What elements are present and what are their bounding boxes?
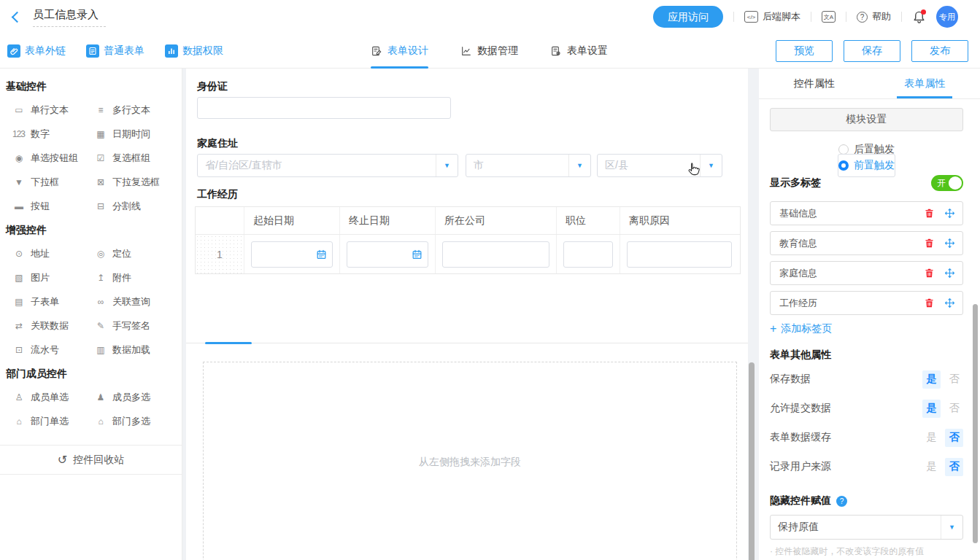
calendar-icon[interactable] bbox=[412, 249, 423, 260]
company-input[interactable] bbox=[442, 241, 549, 268]
back-icon[interactable] bbox=[12, 11, 23, 23]
no-option[interactable]: 否 bbox=[945, 458, 963, 476]
canvas-tab[interactable] bbox=[207, 321, 209, 343]
widget-item[interactable]: ◉ 单选按钮组 bbox=[12, 146, 93, 170]
tag-item[interactable]: 教育信息 bbox=[770, 231, 963, 255]
widget-item[interactable]: ◎ 定位 bbox=[93, 241, 175, 265]
widget-icon: ▧ bbox=[12, 273, 26, 283]
canvas-tab[interactable] bbox=[217, 321, 220, 343]
no-option[interactable]: 否 bbox=[945, 370, 963, 389]
tag-item[interactable]: 家庭信息 bbox=[770, 261, 963, 285]
tag-item[interactable]: 基础信息 bbox=[770, 201, 963, 225]
user-avatar[interactable]: 专用 bbox=[936, 6, 958, 28]
widget-item[interactable]: ↥ 附件 bbox=[93, 265, 175, 289]
widget-item[interactable]: ☑ 复选框组 bbox=[93, 146, 175, 170]
radio-pre-trigger[interactable]: 前置触发 bbox=[838, 154, 895, 177]
member-widgets: ♙ 成员单选 ♟ 成员多选 ⌂ 部门单选 ⌂ 部门多选 bbox=[0, 385, 182, 433]
publish-button[interactable]: 发布 bbox=[911, 40, 968, 62]
toolbar-link[interactable]: 普通表单 bbox=[86, 44, 144, 58]
toolbar-tabs: 表单设计 数据管理 表单设置 bbox=[371, 34, 608, 69]
position-input[interactable] bbox=[563, 241, 613, 268]
widget-item[interactable]: ⊟ 分割线 bbox=[93, 194, 175, 218]
province-select[interactable]: 省/自治区/直辖市 ▼ bbox=[197, 154, 458, 177]
reason-input[interactable] bbox=[627, 241, 732, 268]
drop-area[interactable]: 从左侧拖拽来添加字段 bbox=[203, 362, 737, 560]
move-icon[interactable] bbox=[944, 268, 955, 279]
widget-recycle-bin[interactable]: ↺ 控件回收站 bbox=[0, 445, 182, 475]
save-button[interactable]: 保存 bbox=[844, 40, 900, 62]
widget-item[interactable]: ⊙ 地址 bbox=[12, 241, 93, 265]
widget-item[interactable]: ≡ 多行文本 bbox=[93, 98, 175, 122]
widget-item[interactable]: ⊠ 下拉复选框 bbox=[93, 170, 175, 194]
widget-item[interactable]: 123 数字 bbox=[12, 122, 93, 146]
widget-item[interactable]: ∞ 关联查询 bbox=[93, 289, 175, 314]
tab-widget-properties[interactable]: 控件属性 bbox=[759, 69, 870, 98]
calendar-icon[interactable] bbox=[316, 249, 327, 260]
widget-item[interactable]: ▬ 按钮 bbox=[12, 194, 93, 218]
preview-button[interactable]: 预览 bbox=[776, 40, 833, 62]
widget-item[interactable]: ⇄ 关联数据 bbox=[12, 314, 93, 338]
move-icon[interactable] bbox=[944, 208, 955, 219]
help-button[interactable]: ? 帮助 bbox=[857, 10, 891, 23]
toolbar-link[interactable]: 表单外链 bbox=[7, 44, 66, 58]
end-date-input[interactable] bbox=[347, 241, 428, 268]
canvas-tab[interactable] bbox=[196, 321, 199, 343]
yes-option[interactable]: 是 bbox=[922, 458, 941, 476]
idcard-input[interactable] bbox=[197, 97, 451, 119]
tab-form-properties[interactable]: 表单属性 bbox=[870, 69, 980, 98]
tab-form-settings[interactable]: 表单设置 bbox=[550, 34, 608, 69]
widget-item[interactable]: ▤ 子表单 bbox=[12, 289, 93, 314]
delete-icon[interactable] bbox=[924, 238, 935, 249]
yes-option[interactable]: 是 bbox=[922, 400, 941, 418]
widget-icon: ☑ bbox=[93, 153, 107, 163]
canvas-tab[interactable] bbox=[227, 321, 230, 343]
code-icon: </> bbox=[744, 11, 758, 23]
delete-icon[interactable] bbox=[924, 268, 935, 279]
language-button[interactable]: 文A bbox=[822, 11, 836, 23]
city-select[interactable]: 市 ▼ bbox=[466, 154, 591, 177]
page-scrollbar[interactable] bbox=[973, 304, 978, 543]
notification-bell-button[interactable] bbox=[912, 10, 926, 24]
widget-label: 地址 bbox=[31, 247, 50, 260]
tab-data-management[interactable]: 数据管理 bbox=[460, 34, 518, 69]
move-icon[interactable] bbox=[944, 238, 955, 249]
widget-item[interactable]: ▼ 下拉框 bbox=[12, 170, 93, 194]
backend-script-button[interactable]: </> 后端脚本 bbox=[744, 10, 800, 23]
widget-item[interactable]: ▭ 单行文本 bbox=[12, 98, 93, 122]
widget-item[interactable]: ⌂ 部门多选 bbox=[93, 409, 175, 433]
move-icon[interactable] bbox=[944, 298, 955, 308]
page-title[interactable]: 员工信息录入 bbox=[33, 7, 106, 27]
start-date-input[interactable] bbox=[251, 241, 333, 268]
tag-list: 基础信息 教育信息 家庭信息 工作经历 bbox=[770, 201, 963, 315]
no-option[interactable]: 否 bbox=[945, 400, 963, 418]
app-access-button[interactable]: 应用访问 bbox=[653, 6, 723, 28]
widget-item[interactable]: ▦ 日期时间 bbox=[93, 122, 175, 146]
module-settings-button[interactable]: 模块设置 bbox=[770, 108, 963, 131]
widget-item[interactable]: ▥ 数据加载 bbox=[93, 338, 175, 362]
delete-icon[interactable] bbox=[924, 298, 935, 308]
delete-icon[interactable] bbox=[924, 208, 935, 219]
widget-item[interactable]: ⊡ 流水号 bbox=[12, 338, 93, 362]
yes-option[interactable]: 是 bbox=[922, 429, 941, 447]
toolbar-link-label: 数据权限 bbox=[182, 44, 223, 58]
yes-option[interactable]: 是 bbox=[922, 370, 941, 389]
widget-label: 复选框组 bbox=[112, 152, 150, 165]
tab-form-design[interactable]: 表单设计 bbox=[371, 34, 428, 69]
add-tab-link[interactable]: + 添加标签页 bbox=[770, 322, 963, 335]
widget-item[interactable]: ⌂ 部门单选 bbox=[12, 409, 93, 433]
chart-icon bbox=[165, 44, 178, 58]
widget-label: 成员单选 bbox=[31, 391, 69, 404]
canvas-scrollbar[interactable] bbox=[749, 362, 755, 560]
widget-item[interactable]: ✎ 手写签名 bbox=[93, 314, 175, 338]
widget-item[interactable]: ♟ 成员多选 bbox=[93, 385, 175, 409]
widget-item[interactable]: ♙ 成员单选 bbox=[12, 385, 93, 409]
help-circle-icon[interactable]: ? bbox=[836, 496, 847, 507]
hidden-assign-value: 保持原值 bbox=[771, 521, 941, 534]
toolbar-link[interactable]: 数据权限 bbox=[165, 44, 223, 58]
hidden-assign-select[interactable]: 保持原值 ▼ bbox=[770, 515, 963, 540]
district-select[interactable]: 区/县 ▼ bbox=[597, 154, 722, 177]
no-option[interactable]: 否 bbox=[945, 429, 963, 447]
tag-item[interactable]: 工作经历 bbox=[770, 291, 963, 315]
multi-tab-toggle[interactable]: 开 bbox=[931, 175, 963, 191]
widget-item[interactable]: ▧ 图片 bbox=[12, 265, 93, 289]
